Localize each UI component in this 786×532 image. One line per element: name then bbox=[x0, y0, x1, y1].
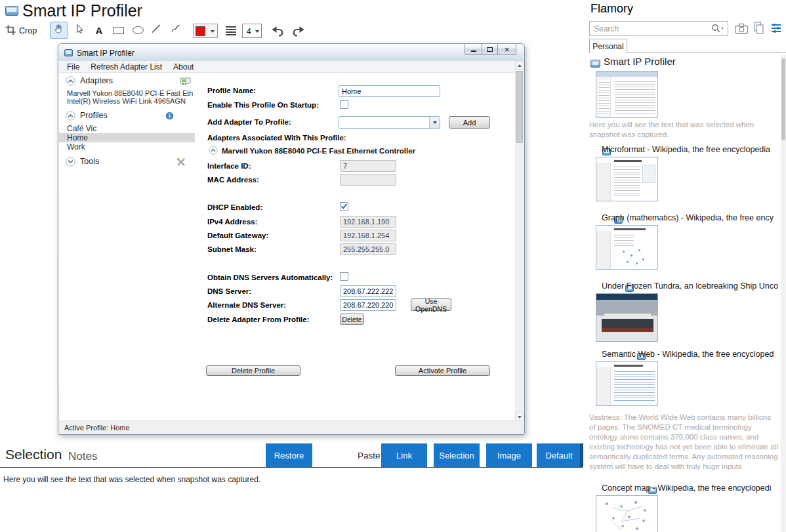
default-gateway-input bbox=[340, 230, 396, 241]
tab-strip-line bbox=[627, 52, 786, 53]
collapse-up-icon[interactable] bbox=[66, 111, 75, 123]
minimize-icon bbox=[471, 51, 476, 52]
copy-page-icon[interactable] bbox=[754, 22, 764, 37]
dns-server-label: DNS Server: bbox=[207, 287, 251, 295]
restore-button[interactable]: Restore bbox=[266, 443, 312, 467]
redo-button[interactable] bbox=[291, 24, 306, 37]
search-icon[interactable] bbox=[711, 24, 724, 37]
minimize-button[interactable] bbox=[465, 44, 482, 55]
ellipse-tool-button[interactable] bbox=[129, 22, 147, 39]
window-titlebar[interactable]: Smart IP Profiler bbox=[59, 45, 524, 61]
crop-button[interactable]: Crop bbox=[5, 24, 45, 38]
collapse-up-icon[interactable] bbox=[66, 76, 75, 88]
add-adapter-label: Add Adapter To Profile: bbox=[207, 118, 291, 126]
undo-button[interactable] bbox=[270, 24, 285, 37]
active-profile-status: Active Profile: Home bbox=[64, 424, 130, 432]
menu-item-refresh-adapter-list[interactable]: Refresh Adapter List bbox=[91, 62, 162, 72]
nav-section-tools[interactable]: Tools bbox=[59, 155, 195, 169]
paste-image-button[interactable]: Image bbox=[486, 443, 532, 467]
tools-header-label: Tools bbox=[80, 157, 99, 166]
search-input[interactable] bbox=[589, 21, 728, 36]
color-picker[interactable] bbox=[193, 24, 218, 38]
nav-section-adapters[interactable]: Adapters bbox=[59, 75, 195, 88]
snapshot-item-title[interactable]: Smart IP Profiler bbox=[604, 56, 777, 67]
mac-address-label: MAC Address: bbox=[207, 176, 259, 184]
snapshot-item-title[interactable]: Microformat - Wikipedia, the free encycl… bbox=[602, 145, 779, 154]
color-swatch bbox=[196, 26, 205, 36]
snapshot-thumbnail[interactable] bbox=[596, 225, 658, 270]
interface-id-input bbox=[340, 160, 396, 172]
default-gateway-label: Default Gateway: bbox=[207, 232, 268, 239]
subnet-mask-label: Subnet Mask: bbox=[207, 245, 257, 253]
snapshot-icon bbox=[590, 60, 600, 68]
snapshot-thumbnail[interactable] bbox=[596, 71, 658, 118]
snapshot-item-title[interactable]: Concept map - Wikipedia, the free encycl… bbox=[602, 483, 779, 493]
adapter-list-item[interactable]: Intel(R) Wireless WiFi Link 4965AGN bbox=[59, 97, 195, 106]
panel-divider bbox=[580, 443, 583, 467]
interface-id-label: Interface ID: bbox=[207, 162, 251, 170]
paste-default-button[interactable]: Default bbox=[537, 443, 581, 467]
enable-startup-checkbox[interactable] bbox=[340, 100, 348, 109]
add-adapter-dropdown[interactable] bbox=[339, 116, 440, 129]
window-scrollbar[interactable] bbox=[515, 61, 524, 422]
text-tool-button[interactable]: A bbox=[90, 22, 108, 39]
rectangle-tool-button[interactable] bbox=[109, 22, 127, 39]
network-adapter-icon bbox=[180, 77, 192, 88]
hand-tool-button[interactable] bbox=[50, 22, 68, 39]
dns-auto-checkbox[interactable] bbox=[340, 272, 348, 281]
close-button[interactable]: × bbox=[497, 44, 516, 55]
snapshot-item-title[interactable]: Semantic Web - Wikipedia, the free encyc… bbox=[602, 350, 779, 359]
dns-server-input[interactable] bbox=[340, 285, 396, 297]
pen-tool-button[interactable] bbox=[167, 22, 185, 39]
paste-link-button[interactable]: Link bbox=[381, 443, 427, 467]
select-tool-button[interactable] bbox=[70, 22, 89, 39]
snapshot-item-title[interactable]: Graph (mathematics) - Wikipedia, the fre… bbox=[602, 213, 779, 222]
tab-personal[interactable]: Personal bbox=[589, 39, 627, 53]
delete-button[interactable]: Delete bbox=[340, 314, 364, 325]
scrollbar-thumb[interactable] bbox=[516, 71, 523, 143]
scrollbar-thumb[interactable] bbox=[781, 58, 785, 140]
snapshot-thumbnail[interactable] bbox=[596, 293, 658, 342]
activate-profile-button[interactable]: Activate Profile bbox=[395, 365, 490, 376]
tab-notes[interactable]: Notes bbox=[68, 450, 97, 463]
sidebar-scrollbar[interactable] bbox=[781, 55, 786, 532]
profile-name-input[interactable] bbox=[339, 85, 440, 97]
scroll-up-button[interactable] bbox=[515, 61, 524, 70]
profile-list-item[interactable]: Café Vic bbox=[59, 124, 195, 133]
use-opendns-button[interactable]: Use OpenDNS bbox=[411, 298, 451, 311]
paste-selection-button[interactable]: Selection bbox=[434, 443, 480, 467]
rectangle-icon bbox=[113, 27, 124, 34]
tab-selection[interactable]: Selection bbox=[5, 447, 62, 462]
snapshot-item-title[interactable]: Under Frozen Tundra, an Icebreaking Ship… bbox=[602, 281, 779, 291]
snapshot-thumbnail[interactable] bbox=[596, 361, 658, 406]
nav-section-profiles[interactable]: Profiles bbox=[59, 110, 195, 123]
profile-list-item-selected[interactable]: Home bbox=[59, 133, 195, 142]
snapshot-thumbnail[interactable] bbox=[596, 495, 658, 532]
maximize-button[interactable] bbox=[482, 44, 498, 55]
window-title: Smart IP Profiler bbox=[77, 49, 134, 58]
snapshot-thumbnail[interactable] bbox=[596, 157, 658, 201]
smart-ip-profiler-window: Smart IP Profiler × File Refresh Adapter… bbox=[58, 43, 525, 435]
line-tool-button[interactable] bbox=[147, 22, 165, 39]
sidebar-title: Flamory bbox=[590, 2, 633, 16]
triangle-up-icon bbox=[518, 64, 522, 67]
menu-item-file[interactable]: File bbox=[67, 62, 79, 72]
collapse-down-icon[interactable] bbox=[66, 157, 75, 169]
collapse-up-icon[interactable] bbox=[209, 146, 218, 157]
settings-icon[interactable] bbox=[770, 22, 782, 37]
alt-dns-server-input[interactable] bbox=[340, 299, 396, 311]
camera-icon[interactable] bbox=[735, 23, 749, 37]
ellipse-icon bbox=[133, 26, 144, 34]
add-button[interactable]: Add bbox=[449, 116, 490, 129]
checkmark-icon bbox=[341, 201, 348, 213]
alt-dns-server-label: Alternate DNS Server: bbox=[207, 301, 286, 309]
thickness-button[interactable] bbox=[226, 26, 238, 36]
pen-size-dropdown[interactable]: 4 bbox=[242, 24, 262, 38]
cursor-icon bbox=[74, 24, 85, 37]
profile-list-item[interactable]: Work bbox=[59, 142, 195, 152]
line-icon bbox=[151, 24, 161, 37]
dhcp-enabled-checkbox[interactable] bbox=[340, 202, 348, 211]
menu-item-about[interactable]: About bbox=[173, 62, 194, 72]
profile-name-label: Profile Name: bbox=[207, 87, 256, 94]
delete-profile-button[interactable]: Delete Profile bbox=[206, 365, 300, 376]
